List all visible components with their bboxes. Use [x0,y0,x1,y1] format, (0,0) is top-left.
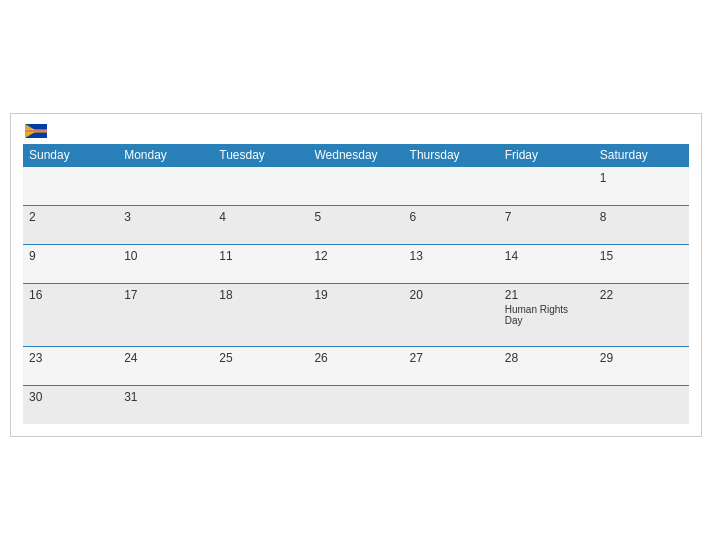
day-number: 5 [314,210,397,224]
weekday-header-cell: Saturday [594,144,689,167]
day-number: 9 [29,249,112,263]
weekday-header-row: SundayMondayTuesdayWednesdayThursdayFrid… [23,144,689,167]
calendar-week-row: 9101112131415 [23,245,689,284]
calendar-table: SundayMondayTuesdayWednesdayThursdayFrid… [23,144,689,424]
logo [23,124,47,138]
calendar-day-cell [118,167,213,206]
calendar-day-cell: 27 [404,347,499,386]
calendar-day-cell [499,167,594,206]
day-number: 2 [29,210,112,224]
calendar-day-cell: 11 [213,245,308,284]
calendar-day-cell [213,167,308,206]
day-number: 4 [219,210,302,224]
calendar-thead: SundayMondayTuesdayWednesdayThursdayFrid… [23,144,689,167]
day-number: 25 [219,351,302,365]
day-number: 3 [124,210,207,224]
weekday-header-cell: Monday [118,144,213,167]
day-number: 23 [29,351,112,365]
day-number: 14 [505,249,588,263]
calendar-day-cell [499,386,594,425]
holiday-label: Human Rights Day [505,304,588,326]
calendar-day-cell: 8 [594,206,689,245]
calendar-week-row: 1 [23,167,689,206]
calendar-day-cell: 10 [118,245,213,284]
day-number: 8 [600,210,683,224]
day-number: 19 [314,288,397,302]
day-number: 7 [505,210,588,224]
calendar-day-cell: 30 [23,386,118,425]
calendar-day-cell: 25 [213,347,308,386]
calendar-container: SundayMondayTuesdayWednesdayThursdayFrid… [10,113,702,437]
day-number: 15 [600,249,683,263]
calendar-day-cell: 5 [308,206,403,245]
calendar-day-cell: 16 [23,284,118,347]
day-number: 11 [219,249,302,263]
day-number: 20 [410,288,493,302]
calendar-week-row: 23242526272829 [23,347,689,386]
calendar-day-cell: 21Human Rights Day [499,284,594,347]
calendar-week-row: 161718192021Human Rights Day22 [23,284,689,347]
day-number: 13 [410,249,493,263]
svg-rect-5 [25,130,47,131]
weekday-header-cell: Tuesday [213,144,308,167]
day-number: 10 [124,249,207,263]
day-number: 29 [600,351,683,365]
calendar-day-cell: 4 [213,206,308,245]
day-number: 6 [410,210,493,224]
day-number: 28 [505,351,588,365]
calendar-day-cell [308,167,403,206]
day-number: 24 [124,351,207,365]
calendar-day-cell: 24 [118,347,213,386]
calendar-header [23,124,689,138]
calendar-day-cell: 3 [118,206,213,245]
calendar-day-cell [23,167,118,206]
calendar-day-cell: 13 [404,245,499,284]
calendar-day-cell: 20 [404,284,499,347]
calendar-day-cell: 26 [308,347,403,386]
calendar-day-cell: 14 [499,245,594,284]
day-number: 1 [600,171,683,185]
day-number: 12 [314,249,397,263]
calendar-day-cell: 31 [118,386,213,425]
day-number: 30 [29,390,112,404]
calendar-day-cell: 7 [499,206,594,245]
calendar-day-cell [213,386,308,425]
calendar-day-cell: 12 [308,245,403,284]
calendar-week-row: 2345678 [23,206,689,245]
weekday-header-cell: Wednesday [308,144,403,167]
weekday-header-cell: Thursday [404,144,499,167]
calendar-day-cell: 17 [118,284,213,347]
weekday-header-cell: Sunday [23,144,118,167]
day-number: 16 [29,288,112,302]
calendar-day-cell: 18 [213,284,308,347]
calendar-day-cell: 6 [404,206,499,245]
day-number: 18 [219,288,302,302]
calendar-day-cell: 22 [594,284,689,347]
calendar-day-cell [594,386,689,425]
calendar-day-cell [404,167,499,206]
calendar-day-cell: 23 [23,347,118,386]
day-number: 17 [124,288,207,302]
day-number: 27 [410,351,493,365]
calendar-day-cell: 9 [23,245,118,284]
calendar-day-cell: 2 [23,206,118,245]
calendar-week-row: 3031 [23,386,689,425]
calendar-day-cell [404,386,499,425]
calendar-day-cell: 19 [308,284,403,347]
calendar-tbody: 123456789101112131415161718192021Human R… [23,167,689,425]
calendar-day-cell: 29 [594,347,689,386]
calendar-day-cell [308,386,403,425]
calendar-day-cell: 28 [499,347,594,386]
weekday-header-cell: Friday [499,144,594,167]
day-number: 26 [314,351,397,365]
logo-flag-icon [25,124,47,138]
calendar-day-cell: 1 [594,167,689,206]
day-number: 22 [600,288,683,302]
day-number: 31 [124,390,207,404]
day-number: 21 [505,288,588,302]
calendar-day-cell: 15 [594,245,689,284]
